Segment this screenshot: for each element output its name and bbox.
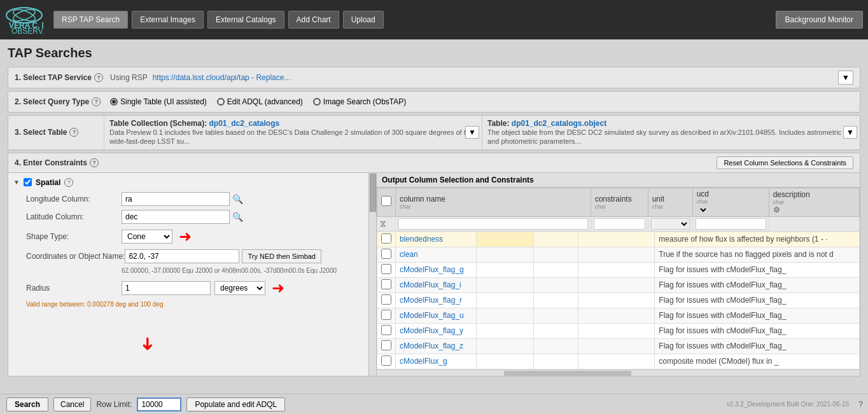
col-header-ucd: ucd char ▼: [692, 188, 769, 216]
h-scrollbar-thumb[interactable]: [504, 371, 631, 376]
row-unit-7: [534, 338, 578, 354]
radio-edit-adql-dot: [217, 98, 225, 106]
longitude-search-icon[interactable]: 🔍: [232, 194, 243, 204]
help-question-icon[interactable]: ?: [858, 400, 863, 409]
row-name-2[interactable]: cModelFlux_flag_g: [396, 262, 477, 277]
row-limit-input[interactable]: [137, 397, 181, 411]
row-name-6[interactable]: cModelFlux_flag_y: [396, 323, 477, 338]
spatial-checkbox[interactable]: [24, 178, 32, 186]
left-scrollbar[interactable]: [368, 173, 376, 376]
red-arrow-bottom-area: ➜: [13, 333, 371, 354]
tap-service-help-icon[interactable]: ?: [94, 73, 103, 82]
shape-type-select[interactable]: Cone Box Polygon: [122, 230, 172, 244]
background-monitor-button[interactable]: Background Monitor: [776, 11, 863, 29]
row-checkbox-3[interactable]: [381, 279, 391, 289]
h-scrollbar[interactable]: [377, 369, 860, 376]
nav-external-catalogs[interactable]: External Catalogs: [207, 11, 284, 29]
tap-service-url[interactable]: https://data.lsst.cloud/api/tap - Replac…: [153, 73, 838, 82]
cancel-button[interactable]: Cancel: [53, 397, 91, 411]
filter-icon: ⧖: [380, 218, 386, 228]
row-name-1[interactable]: clean: [396, 247, 477, 262]
nav-add-chart[interactable]: Add Chart: [288, 11, 339, 29]
row-checkbox-5[interactable]: [381, 310, 391, 320]
constraints-filter-input[interactable]: [594, 218, 645, 230]
left-scrollbar-thumb[interactable]: [370, 174, 376, 212]
row-ucd-6: [578, 323, 655, 338]
constraints-help-icon[interactable]: ?: [90, 158, 99, 167]
gear-icon[interactable]: ⚙: [773, 205, 780, 214]
coords-row: Coordinates or Object Name: Try NED then…: [13, 249, 371, 263]
unit-filter-select[interactable]: [651, 218, 690, 230]
row-constraints-6: [477, 323, 534, 338]
row-name-5[interactable]: cModelFlux_flag_u: [396, 308, 477, 323]
ucd-filter-input[interactable]: [696, 218, 766, 230]
row-unit-5: [534, 308, 578, 323]
row-constraints-5: [477, 308, 534, 323]
radius-unit-select[interactable]: degrees arcmin arcsec: [214, 281, 265, 295]
tap-service-section: 1. Select TAP Service ? Using RSP https:…: [8, 67, 860, 88]
row-unit-2: [534, 262, 578, 277]
nav-upload[interactable]: Upload: [343, 11, 384, 29]
longitude-row: Longitude Column: 🔍: [13, 192, 371, 206]
row-checkbox-2[interactable]: [381, 264, 391, 274]
row-name-8[interactable]: cModelFlux_g: [396, 354, 477, 369]
row-name-7[interactable]: cModelFlux_flag_z: [396, 338, 477, 354]
row-desc-4: Flag for issues with cModelFlux_flag_: [655, 293, 860, 308]
constraints-label-text: 4. Enter Constraints: [15, 158, 87, 167]
right-panel: Output Column Selection and Constraints …: [377, 173, 860, 376]
valid-range-text: Valid range between: 0.000278 deg and 10…: [13, 301, 371, 308]
table-row: cModelFlux_flag_y Flag for issues with c…: [377, 323, 860, 338]
row-desc-0: measure of how flux is affected by neigh…: [655, 231, 860, 247]
topbar: VERA C. RUBIN OBSERVATORY RSP TAP Search…: [0, 0, 868, 39]
longitude-input[interactable]: [122, 192, 230, 206]
table-dropdown[interactable]: ▼: [843, 126, 857, 139]
select-all-checkbox[interactable]: [381, 196, 391, 206]
search-button[interactable]: Search: [6, 397, 48, 411]
row-desc-5: Flag for issues with cModelFlux_flag_: [655, 308, 860, 323]
row-checkbox-4[interactable]: [381, 294, 391, 305]
row-name-0[interactable]: blendedness: [396, 231, 477, 247]
nav-rsp-tap-search[interactable]: RSP TAP Search: [53, 11, 128, 29]
row-ucd-8: [578, 354, 655, 369]
populate-adql-button[interactable]: Populate and edit ADQL: [186, 397, 285, 411]
row-name-3[interactable]: cModelFlux_flag_i: [396, 277, 477, 293]
svg-text:OBSERVATORY: OBSERVATORY: [11, 27, 43, 36]
col-header-name: column name char: [396, 188, 591, 216]
query-type-help-icon[interactable]: ?: [92, 97, 101, 106]
column-table-scroll[interactable]: column name char constraints char unit c…: [377, 188, 860, 369]
logo: VERA C. RUBIN OBSERVATORY: [5, 4, 43, 36]
table-row: cModelFlux_flag_i Flag for issues with c…: [377, 277, 860, 293]
spatial-expand-icon[interactable]: ▼: [13, 179, 20, 186]
query-type-label-text: 2. Select Query Type: [15, 97, 89, 106]
row-desc-6: Flag for issues with cModelFlux_flag_: [655, 323, 860, 338]
latitude-search-icon[interactable]: 🔍: [232, 212, 243, 222]
bottom-bar: Search Cancel Row Limit: Populate and ed…: [0, 394, 868, 414]
red-arrow-cone: ➜: [179, 228, 192, 245]
radius-label: Radius: [26, 284, 122, 293]
ucd-filter-select[interactable]: ▼: [697, 205, 708, 215]
row-checkbox-8[interactable]: [381, 355, 391, 366]
simbad-button[interactable]: Try NED then Simbad: [242, 249, 321, 263]
reset-button[interactable]: Reset Column Selections & Constraints: [717, 156, 853, 169]
query-single-table[interactable]: Single Table (UI assisted): [110, 97, 207, 106]
latitude-input[interactable]: [122, 210, 230, 224]
page-title: TAP Searches: [8, 46, 860, 60]
row-checkbox-6[interactable]: [381, 325, 391, 335]
query-edit-adql[interactable]: Edit ADQL (advanced): [217, 97, 303, 106]
tap-service-dropdown[interactable]: ▼: [838, 71, 853, 85]
query-image-search[interactable]: Image Search (ObsTAP): [313, 97, 407, 106]
nav-external-images[interactable]: External Images: [132, 11, 204, 29]
coords-input[interactable]: [125, 249, 239, 263]
latitude-label: Latitude Column:: [26, 212, 122, 221]
name-filter-input[interactable]: [398, 218, 588, 230]
table-row: cModelFlux_flag_u Flag for issues with c…: [377, 308, 860, 323]
row-name-4[interactable]: cModelFlux_flag_r: [396, 293, 477, 308]
row-checkbox-0[interactable]: [381, 233, 391, 244]
row-checkbox-1[interactable]: [381, 249, 391, 259]
select-table-help-icon[interactable]: ?: [69, 128, 78, 137]
collection-dropdown[interactable]: ▼: [465, 126, 479, 139]
spatial-help-icon[interactable]: ?: [64, 178, 73, 187]
row-checkbox-7[interactable]: [381, 340, 391, 350]
radius-input[interactable]: [122, 281, 211, 295]
filter-row: ⧖: [377, 216, 860, 231]
